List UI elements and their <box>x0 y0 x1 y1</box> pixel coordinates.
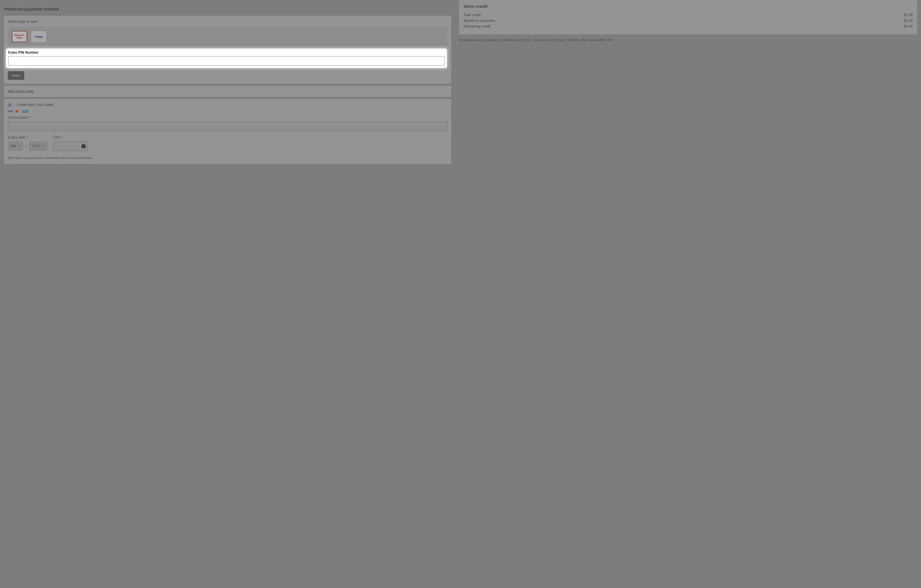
visa-icon: VISA <box>8 110 13 113</box>
pin-entry-highlight: Kobo PIN Number <box>6 49 447 68</box>
store-credit-title: Store credit <box>464 4 913 9</box>
store-credit-row: Applied to purchase: -$1.00 <box>464 18 913 24</box>
cvv-label: CVV * <box>53 135 88 140</box>
expiry-year-select[interactable]: YYYY ▽ <box>29 141 47 151</box>
store-credit-row-value: -$1.00 <box>903 19 913 23</box>
store-credit-row: Total credit: $1.00 <box>464 12 913 18</box>
card-option-rakuten-kobo[interactable]: Rakuten kobo <box>12 31 27 42</box>
select-card-label: Select type of card: <box>8 19 447 24</box>
mastercard-icon <box>16 110 20 113</box>
expiry-year-placeholder: YYYY <box>32 145 40 148</box>
store-credit-panel: Store credit Total credit: $1.00 Applied… <box>459 0 917 34</box>
card-number-label: Card number * <box>8 115 447 120</box>
store-credit-row-value: $0.00 <box>904 24 913 29</box>
indigo-label: !ndigo <box>34 35 43 38</box>
amex-icon: AM EX <box>22 110 28 113</box>
chevron-down-icon: ▽ <box>43 145 45 148</box>
store-credit-row-label: Total credit: <box>464 13 482 17</box>
expiry-month-select[interactable]: MM ▽ <box>8 141 23 151</box>
store-credit-row: Remaining credit: $0.00 <box>464 24 913 29</box>
credit-card-radio[interactable] <box>8 103 12 107</box>
legal-text: All transactions processed by Rakuten Ko… <box>459 37 917 43</box>
save-payment-note: We'll save your payment information for … <box>8 156 447 160</box>
credit-card-radio-label: Credit card / Visa Debit <box>17 103 53 107</box>
pin-input[interactable] <box>8 56 444 66</box>
radio-selected-icon <box>9 104 11 106</box>
preferred-payment-title: Preferred payment method <box>4 6 451 12</box>
store-credit-row-label: Applied to purchase: <box>464 19 496 23</box>
add-promo-code-link[interactable]: Add promo code <box>8 89 34 93</box>
card-option-indigo[interactable]: !ndigo <box>31 31 46 42</box>
expiry-separator: / <box>26 144 27 149</box>
store-credit-row-label: Remaining credit: <box>464 24 491 29</box>
card-number-input[interactable] <box>8 122 447 131</box>
card-type-subpanel: Rakuten kobo !ndigo <box>8 26 447 46</box>
pin-label: Kobo PIN Number <box>8 50 444 55</box>
cvv-help-icon[interactable]: ? <box>81 144 86 148</box>
rakuten-label-line2: kobo <box>16 36 23 39</box>
apply-button[interactable]: Apply <box>8 71 24 80</box>
gift-card-panel: Select type of card: Rakuten kobo !ndigo… <box>4 16 451 84</box>
expiry-label: Expiry date * <box>8 135 47 140</box>
credit-card-panel: Credit card / Visa Debit VISA AM EX Card… <box>4 99 451 164</box>
promo-panel: Add promo code <box>4 86 451 97</box>
store-credit-row-value: $1.00 <box>904 13 913 17</box>
expiry-month-placeholder: MM <box>11 145 16 148</box>
chevron-down-icon: ▽ <box>19 145 20 148</box>
